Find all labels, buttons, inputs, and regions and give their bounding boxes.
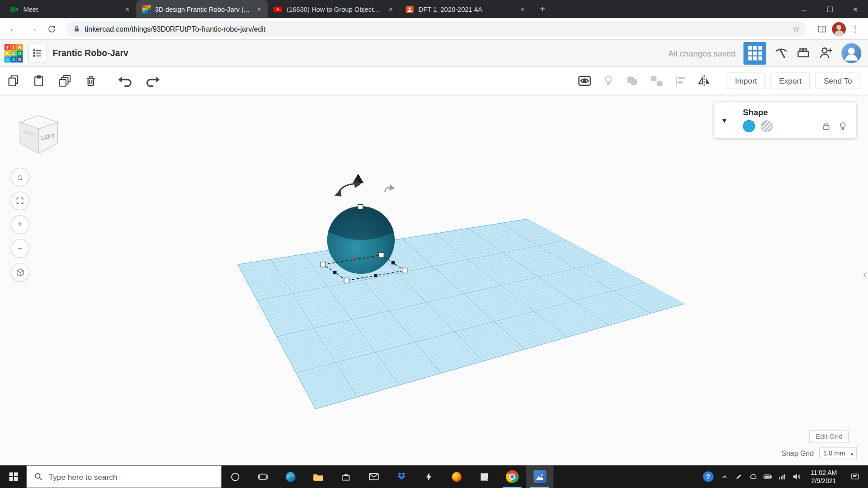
- address-bar[interactable]: tinkercad.com/things/93D0RFUtPTo-frantic…: [66, 21, 807, 37]
- taskbar-search[interactable]: [27, 465, 222, 488]
- tray-speaker-icon[interactable]: [789, 472, 804, 481]
- taskbar-app-explorer[interactable]: [304, 465, 332, 488]
- taskbar-app-store[interactable]: [332, 465, 360, 488]
- export-button[interactable]: Export: [771, 72, 810, 89]
- zoom-out-button[interactable]: −: [10, 239, 29, 258]
- view-cube[interactable]: BACK LEFT: [13, 111, 64, 158]
- tray-chevron-up-icon[interactable]: [717, 473, 732, 480]
- tab-close-icon[interactable]: ×: [123, 5, 132, 14]
- edit-grid-button[interactable]: Edit Grid: [810, 430, 849, 443]
- bookmark-star-icon[interactable]: ☆: [793, 24, 800, 34]
- bricks-icon[interactable]: [796, 46, 811, 61]
- scale-corner-handle[interactable]: [379, 253, 384, 258]
- ungroup-button[interactable]: [649, 74, 664, 88]
- tab-close-icon[interactable]: ×: [387, 5, 396, 14]
- tray-cloud-icon[interactable]: [746, 472, 761, 481]
- workspace-grid-button[interactable]: [743, 42, 766, 64]
- window-maximize-button[interactable]: [817, 0, 842, 18]
- taskbar-app-mail[interactable]: [360, 465, 387, 488]
- taskbar-app-photos[interactable]: [526, 465, 553, 488]
- person-icon: [841, 43, 861, 63]
- reload-button[interactable]: [43, 20, 60, 37]
- rotate-handle-secondary[interactable]: [385, 184, 395, 192]
- scale-mid-handle[interactable]: [392, 261, 395, 264]
- viewport-3d[interactable]: BACK LEFT ⌂ + − ▼ Shape: [0, 94, 868, 465]
- app-header: TIN KER CAD Frantic Robo-Jarv All change…: [0, 40, 868, 67]
- scale-mid-handle[interactable]: [333, 271, 336, 274]
- tab-close-icon[interactable]: ×: [518, 5, 527, 14]
- scale-mid-handle[interactable]: [374, 274, 377, 277]
- start-button[interactable]: [0, 465, 27, 488]
- tab-youtube[interactable]: (16630) How to Group Objects in ×: [268, 0, 400, 18]
- side-panel-icon[interactable]: [813, 20, 830, 37]
- window-minimize-button[interactable]: –: [792, 0, 817, 18]
- browser-menu-icon[interactable]: ⋮: [848, 24, 863, 34]
- align-button[interactable]: [674, 74, 687, 87]
- scale-corner-handle[interactable]: [321, 262, 326, 267]
- lock-icon: [73, 25, 80, 33]
- search-input[interactable]: [49, 472, 214, 481]
- taskbar-clock[interactable]: 11:02 AM 2/9/2021: [804, 469, 844, 484]
- color-swatch-solid[interactable]: [743, 120, 755, 132]
- taskbar-app-notes[interactable]: [471, 465, 498, 488]
- task-view-button[interactable]: [249, 465, 277, 488]
- redo-button[interactable]: [145, 74, 160, 87]
- browser-profile-avatar[interactable]: [832, 22, 846, 36]
- tab-close-icon[interactable]: ×: [255, 5, 264, 14]
- panel-collapse-chevron[interactable]: ‹: [863, 267, 867, 282]
- duplicate-button[interactable]: [57, 74, 72, 88]
- back-button[interactable]: ←: [5, 20, 22, 37]
- window-close-button[interactable]: ×: [843, 0, 868, 18]
- panel-dropdown-icon[interactable]: ▼: [714, 103, 736, 138]
- visibility-lightbulb-icon[interactable]: [838, 121, 848, 131]
- tinkercad-logo[interactable]: TIN KER CAD: [5, 44, 23, 62]
- delete-button[interactable]: [84, 74, 97, 87]
- help-icon[interactable]: ?: [698, 471, 717, 482]
- tab-dft[interactable]: DFT 1_2020-2021 4A ×: [400, 0, 531, 18]
- clock-time: 11:02 AM: [804, 469, 844, 477]
- invite-person-icon[interactable]: [818, 45, 834, 61]
- color-swatch-transparent[interactable]: [760, 120, 773, 132]
- tray-pen-icon[interactable]: [732, 473, 746, 481]
- dropdown-up-icon: ▴: [850, 450, 853, 456]
- sphere-shape[interactable]: [327, 206, 395, 274]
- rotate-handle[interactable]: [335, 180, 362, 197]
- design-menu-button[interactable]: [28, 44, 47, 63]
- mirror-button[interactable]: [697, 74, 711, 88]
- tab-meet[interactable]: Meet ×: [5, 0, 136, 18]
- new-tab-button[interactable]: +: [535, 2, 550, 17]
- snap-grid-select[interactable]: 1.0 mm ▴: [819, 447, 857, 459]
- home-view-button[interactable]: ⌂: [10, 168, 29, 187]
- zoom-in-button[interactable]: +: [10, 215, 29, 234]
- tray-network-icon[interactable]: [775, 473, 789, 481]
- cortana-button[interactable]: [222, 465, 249, 488]
- scale-corner-handle[interactable]: [344, 278, 349, 283]
- send-to-button[interactable]: Send To: [816, 72, 860, 89]
- tray-battery-icon[interactable]: [760, 472, 775, 482]
- blocks-pickaxe-icon[interactable]: [774, 46, 788, 61]
- fit-view-button[interactable]: [10, 192, 29, 211]
- group-button[interactable]: [625, 74, 639, 88]
- taskbar-app-bolt[interactable]: [415, 465, 443, 488]
- copy-button[interactable]: [7, 74, 20, 87]
- action-center-icon[interactable]: [844, 472, 866, 481]
- scale-corner-handle[interactable]: [402, 268, 407, 273]
- hide-lightbulb-button[interactable]: [602, 74, 615, 87]
- clock-date: 2/9/2021: [804, 477, 844, 485]
- show-all-button[interactable]: [577, 74, 592, 88]
- taskbar-app-chrome[interactable]: [498, 465, 526, 488]
- paste-button[interactable]: [32, 74, 45, 87]
- account-avatar[interactable]: [841, 43, 861, 63]
- design-title[interactable]: Frantic Robo-Jarv: [52, 48, 128, 58]
- undo-button[interactable]: [118, 74, 133, 87]
- tab-tinkercad[interactable]: 3D design Frantic Robo-Jarv | Tin ×: [136, 0, 268, 18]
- height-handle[interactable]: [358, 204, 363, 209]
- browser-tab-bar: Meet × 3D design Frantic Robo-Jarv | Tin…: [0, 0, 868, 18]
- forward-button[interactable]: →: [24, 20, 41, 37]
- lock-toggle-icon[interactable]: [821, 121, 832, 131]
- import-button[interactable]: Import: [726, 72, 765, 89]
- taskbar-app-edge[interactable]: [277, 465, 304, 488]
- taskbar-app-dropbox[interactable]: [387, 465, 415, 488]
- taskbar-app-firefox[interactable]: [443, 465, 471, 488]
- perspective-toggle-button[interactable]: [10, 263, 29, 282]
